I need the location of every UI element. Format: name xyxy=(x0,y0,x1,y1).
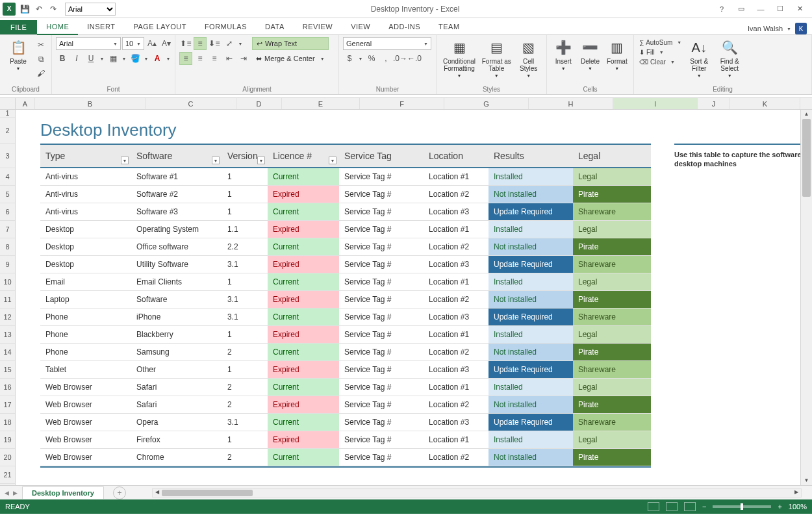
cell-licence[interactable]: Expired xyxy=(268,256,339,273)
page-layout-view-icon[interactable] xyxy=(666,502,678,511)
fill-button[interactable]: ⬇Fill▼ xyxy=(638,48,683,57)
minimize-icon[interactable]: — xyxy=(754,3,768,15)
cell-licence[interactable]: Expired xyxy=(268,431,339,448)
cell-results[interactable]: Not installed xyxy=(488,186,573,203)
cell-type[interactable]: Email xyxy=(40,273,131,290)
cell-location[interactable]: Location #3 xyxy=(424,256,488,273)
cell-tag[interactable]: Service Tag # xyxy=(339,273,424,290)
table-header-location[interactable]: Location xyxy=(424,145,488,167)
col-header-G[interactable]: G xyxy=(444,98,529,109)
cell-type[interactable]: Anti-virus xyxy=(40,186,131,203)
copy-icon[interactable]: ⧉ xyxy=(34,53,47,66)
filter-icon[interactable]: ▼ xyxy=(329,157,336,164)
zoom-slider[interactable] xyxy=(713,505,771,508)
qat-font-selector[interactable]: Arial xyxy=(65,3,116,16)
cell-software[interactable]: Opera xyxy=(131,414,222,431)
orientation-icon[interactable]: ⤢ xyxy=(223,37,236,50)
spreadsheet-grid[interactable]: 123456789101112131415161718192021 Deskto… xyxy=(0,110,812,485)
fill-color-button[interactable]: 🪣 xyxy=(129,52,142,65)
font-color-button[interactable]: A xyxy=(151,52,164,65)
table-row[interactable]: Web BrowserChrome2CurrentService Tag #Lo… xyxy=(40,449,651,466)
cell-version[interactable]: 1 xyxy=(222,168,268,185)
cell-version[interactable]: 3.1 xyxy=(222,256,268,273)
cell-legal[interactable]: Pirate xyxy=(573,449,651,466)
cell-legal[interactable]: Legal xyxy=(573,431,651,448)
table-header-software[interactable]: Software▼ xyxy=(131,145,222,167)
scroll-right-icon[interactable]: ▶ xyxy=(792,489,801,497)
underline-dropdown-icon[interactable]: ▼ xyxy=(99,52,105,65)
cell-results[interactable]: Not installed xyxy=(488,344,573,360)
tab-add-ins[interactable]: ADD-INS xyxy=(379,19,429,34)
col-header-B[interactable]: B xyxy=(35,98,146,109)
row-header-14[interactable]: 14 xyxy=(0,344,15,361)
cell-legal[interactable]: Shareware xyxy=(573,256,651,273)
cell-results[interactable]: Not installed xyxy=(488,396,573,413)
table-header-results[interactable]: Results xyxy=(488,145,573,167)
cell-licence[interactable]: Current xyxy=(268,379,339,396)
cell-results[interactable]: Installed xyxy=(488,326,573,343)
row-header-15[interactable]: 15 xyxy=(0,361,15,379)
cell-legal[interactable]: Shareware xyxy=(573,414,651,431)
font-color-dropdown-icon[interactable]: ▼ xyxy=(165,52,171,65)
format-button[interactable]: ▥Format▼ xyxy=(605,37,629,71)
row-header-7[interactable]: 7 xyxy=(0,221,15,238)
bold-button[interactable]: B xyxy=(56,52,69,65)
cell-location[interactable]: Location #2 xyxy=(424,396,488,413)
cell-legal[interactable]: Pirate xyxy=(573,396,651,413)
fill-dropdown-icon[interactable]: ▼ xyxy=(143,52,149,65)
cell-version[interactable]: 1.1 xyxy=(222,221,268,238)
align-right-icon[interactable]: ≡ xyxy=(208,52,221,65)
row-header-21[interactable]: 21 xyxy=(0,466,15,484)
cell-tag[interactable]: Service Tag # xyxy=(339,414,424,431)
tab-page-layout[interactable]: PAGE LAYOUT xyxy=(124,19,196,34)
row-header-5[interactable]: 5 xyxy=(0,186,15,203)
col-header-K[interactable]: K xyxy=(730,98,800,109)
cell-styles-button[interactable]: ▧Cell Styles▼ xyxy=(514,37,542,78)
cell-legal[interactable]: Shareware xyxy=(573,361,651,378)
row-header-11[interactable]: 11 xyxy=(0,291,15,309)
tab-insert[interactable]: INSERT xyxy=(78,19,124,34)
sheet-nav[interactable]: ◀▶ xyxy=(0,490,22,496)
cell-location[interactable]: Location #1 xyxy=(424,431,488,448)
zoom-level[interactable]: 100% xyxy=(789,503,807,511)
cell-location[interactable]: Location #2 xyxy=(424,344,488,360)
maximize-icon[interactable]: ☐ xyxy=(773,3,787,15)
cell-licence[interactable]: Expired xyxy=(268,221,339,238)
scroll-down-icon[interactable]: ▼ xyxy=(801,476,812,485)
number-format-selector[interactable]: General▼ xyxy=(343,37,431,50)
cell-software[interactable]: Software #2 xyxy=(131,186,222,203)
cell-licence[interactable]: Expired xyxy=(268,186,339,203)
sheet-prev-icon[interactable]: ◀ xyxy=(5,490,9,496)
cell-location[interactable]: Location #1 xyxy=(424,221,488,238)
font-name-selector[interactable]: Arial▼ xyxy=(56,37,121,50)
table-row[interactable]: Anti-virusSoftware #11CurrentService Tag… xyxy=(40,168,651,186)
table-row[interactable]: TabletOther1ExpiredService Tag #Location… xyxy=(40,361,651,379)
cell-type[interactable]: Web Browser xyxy=(40,414,131,431)
hscroll-thumb[interactable] xyxy=(162,490,253,496)
cell-type[interactable]: Desktop xyxy=(40,221,131,238)
cell-results[interactable]: Installed xyxy=(488,431,573,448)
merge-center-button[interactable]: ⬌Merge & Center▼ xyxy=(252,52,329,65)
decrease-font-icon[interactable]: A▾ xyxy=(160,37,173,50)
table-row[interactable]: Web BrowserOpera3.1CurrentService Tag #L… xyxy=(40,414,651,431)
cell-licence[interactable]: Expired xyxy=(268,326,339,343)
sheet-tab-active[interactable]: Desktop Inventory xyxy=(22,486,104,499)
cell-legal[interactable]: Shareware xyxy=(573,203,651,220)
cell-tag[interactable]: Service Tag # xyxy=(339,344,424,360)
row-header-20[interactable]: 20 xyxy=(0,449,15,466)
find-select-button[interactable]: 🔍Find & Select▼ xyxy=(715,37,744,78)
sheet-area[interactable]: Desktop Inventory Use this table to capt… xyxy=(16,110,800,485)
col-header-I[interactable]: I xyxy=(613,98,698,109)
row-header-18[interactable]: 18 xyxy=(0,414,15,431)
table-row[interactable]: Anti-virusSoftware #31CurrentService Tag… xyxy=(40,203,651,221)
cell-tag[interactable]: Service Tag # xyxy=(339,309,424,325)
cell-software[interactable]: Email Clients xyxy=(131,273,222,290)
cell-version[interactable]: 2 xyxy=(222,449,268,466)
wrap-text-button[interactable]: ↩Wrap Text xyxy=(252,37,329,50)
cell-licence[interactable]: Current xyxy=(268,168,339,185)
row-header-13[interactable]: 13 xyxy=(0,326,15,344)
format-painter-icon[interactable]: 🖌 xyxy=(34,67,47,80)
cell-tag[interactable]: Service Tag # xyxy=(339,168,424,185)
cell-tag[interactable]: Service Tag # xyxy=(339,291,424,308)
cell-results[interactable]: Update Required xyxy=(488,309,573,325)
